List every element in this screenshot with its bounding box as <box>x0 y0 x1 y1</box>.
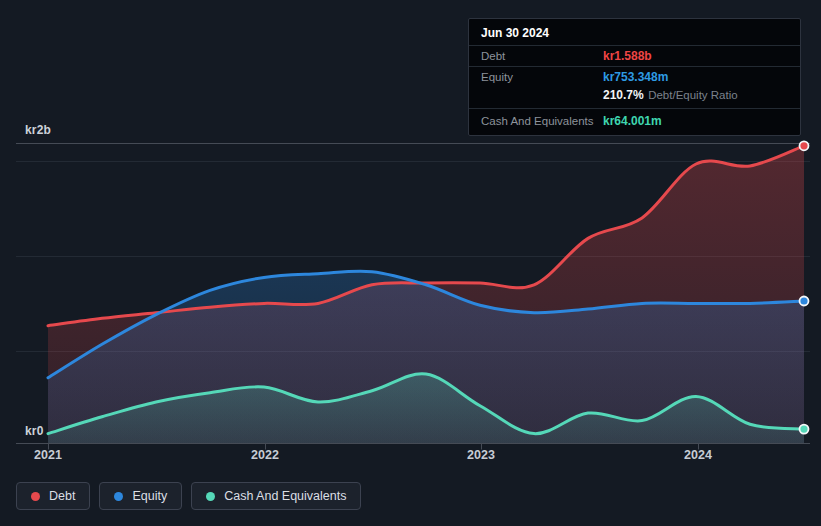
legend-item-cash[interactable]: Cash And Equivalents <box>191 482 361 510</box>
tooltip-equity-value: kr753.348m <box>603 70 668 84</box>
tooltip-cash-label: Cash And Equivalents <box>481 115 603 127</box>
debt-equity-chart-root: kr2b kr0 2021 2022 2023 2024 Jun 30 2024… <box>0 0 821 526</box>
x-axis-label-2024: 2024 <box>684 448 712 462</box>
debt-endpoint-dot <box>800 141 809 150</box>
x-axis-label-2022: 2022 <box>251 448 279 462</box>
tooltip-equity-label: Equity <box>481 71 603 83</box>
legend-label-equity: Equity <box>132 489 167 503</box>
x-axis-label-2021: 2021 <box>34 448 62 462</box>
tooltip-ratio: 210.7% Debt/Equity Ratio <box>603 85 738 103</box>
tooltip-row-equity: Equity kr753.348m <box>469 67 800 84</box>
legend-color-dot-cash <box>206 492 215 501</box>
legend-item-equity[interactable]: Equity <box>99 482 182 510</box>
y-axis-label-bottom: kr0 <box>25 424 44 438</box>
legend-item-debt[interactable]: Debt <box>16 482 90 510</box>
tooltip-row-debt: Debt kr1.588b <box>469 46 800 67</box>
tooltip-ratio-value: 210.7% <box>603 88 644 102</box>
legend-color-dot-debt <box>31 492 40 501</box>
tooltip-row-ratio: 210.7% Debt/Equity Ratio <box>469 84 800 109</box>
y-axis-label-top: kr2b <box>25 123 51 137</box>
tooltip-debt-value: kr1.588b <box>603 49 652 63</box>
equity-endpoint-dot <box>800 297 809 306</box>
tooltip-debt-label: Debt <box>481 50 603 62</box>
cash-endpoint-dot <box>800 425 809 434</box>
series-layer <box>48 141 809 443</box>
legend-label-cash: Cash And Equivalents <box>224 489 346 503</box>
tooltip-row-cash: Cash And Equivalents kr64.001m <box>469 109 800 135</box>
tooltip-ratio-label: Debt/Equity Ratio <box>648 89 738 101</box>
hover-tooltip: Jun 30 2024 Debt kr1.588b Equity kr753.3… <box>468 18 801 136</box>
legend-label-debt: Debt <box>49 489 75 503</box>
legend-color-dot-equity <box>114 492 123 501</box>
x-axis-label-2023: 2023 <box>467 448 495 462</box>
tooltip-cash-value: kr64.001m <box>603 114 662 128</box>
tooltip-date: Jun 30 2024 <box>469 19 800 46</box>
legend: Debt Equity Cash And Equivalents <box>16 482 361 510</box>
